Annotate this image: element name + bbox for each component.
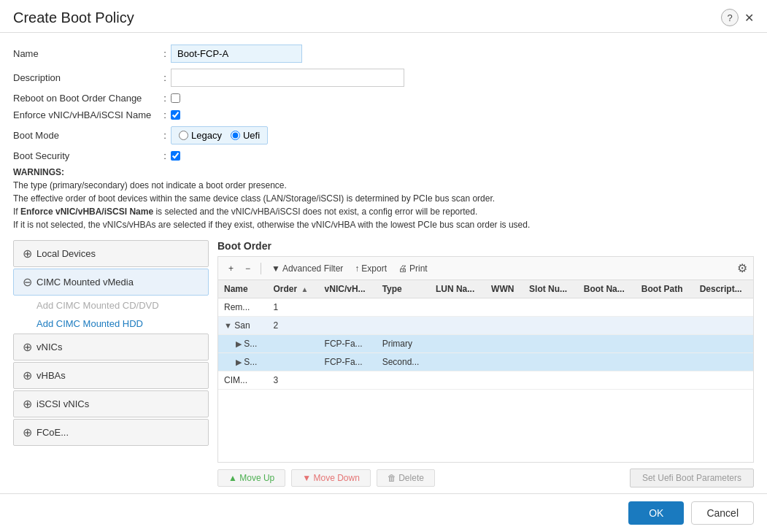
dialog-header: Create Boot Policy ? ✕ — [0, 0, 767, 33]
export-button[interactable]: ↑ Export — [350, 262, 391, 275]
help-button[interactable]: ? — [721, 9, 739, 26]
row-name: CIM... — [218, 371, 267, 390]
advanced-filter-button[interactable]: ▼ Advanced Filter — [267, 262, 347, 275]
row-order: 2 — [267, 317, 318, 335]
table-row[interactable]: ▶ S... FCP-Fa... Primary — [218, 335, 753, 353]
vhbas-label: vHBAs — [36, 370, 66, 381]
row-vnic: FCP-Fa... — [319, 353, 377, 371]
remove-button[interactable]: − — [241, 262, 255, 275]
boot-security-checkbox[interactable] — [171, 151, 180, 161]
sidebar-item-cimc-vmedia[interactable]: ⊖ CIMC Mounted vMedia — [13, 269, 209, 296]
set-uefi-button[interactable]: Set Uefi Boot Parameters — [630, 469, 754, 487]
expand-icon-child2[interactable]: ▶ — [236, 358, 242, 366]
sidebar-item-vnics[interactable]: ⊕ vNICs — [13, 334, 209, 361]
add-cimc-hdd-item[interactable]: Add CIMC Mounted HDD — [13, 315, 209, 332]
right-panel: Boot Order + − ▼ Advanced Filter ↑ — [217, 240, 754, 493]
main-row: ⊕ Local Devices ⊖ CIMC Mounted vMedia Ad… — [13, 240, 754, 493]
sidebar-item-local-devices[interactable]: ⊕ Local Devices — [13, 240, 209, 267]
enforce-checkbox[interactable] — [171, 110, 180, 120]
delete-button[interactable]: 🗑 Delete — [377, 469, 435, 487]
header-icons: ? ✕ — [721, 9, 754, 26]
row-name: ▶ S... — [218, 353, 267, 371]
col-slot[interactable]: Slot Nu... — [523, 280, 578, 298]
filter-icon: ▼ — [271, 263, 280, 274]
description-input[interactable] — [171, 69, 404, 87]
col-desc[interactable]: Descript... — [694, 280, 753, 298]
row-name: ▶ S... — [218, 335, 267, 353]
boot-mode-radio-group: Legacy Uefi — [171, 126, 268, 144]
name-label: Name — [13, 48, 159, 59]
local-devices-label: Local Devices — [36, 248, 96, 259]
minus-icon: ⊖ — [23, 275, 32, 289]
boot-order-table-wrapper: Name Order ▲ vNIC/vH... Type LUN Na... W… — [217, 280, 754, 463]
boot-security-container — [171, 151, 754, 161]
uefi-radio-label[interactable]: Uefi — [231, 130, 260, 141]
print-icon: 🖨 — [398, 263, 407, 274]
table-row[interactable]: Rem... 1 — [218, 298, 753, 317]
plus-icon-iscsi: ⊕ — [23, 397, 32, 411]
uefi-radio[interactable] — [231, 131, 240, 140]
move-down-icon: ▼ — [302, 473, 311, 483]
form-section: Name : Description : Reboot on Boot Orde… — [13, 45, 754, 161]
reboot-checkbox-container — [171, 93, 754, 103]
warnings-title: WARNINGS: — [13, 167, 64, 177]
row-vnic: FCP-Fa... — [319, 335, 377, 353]
move-up-button[interactable]: ▲ Move Up — [217, 469, 285, 487]
boot-security-label: Boot Security — [13, 150, 159, 161]
add-cimc-cd-item: Add CIMC Mounted CD/DVD — [13, 297, 209, 314]
dialog-footer: OK Cancel — [0, 493, 767, 532]
row-order: 1 — [267, 298, 318, 317]
add-button[interactable]: + — [224, 262, 238, 275]
boot-mode-container: Legacy Uefi — [171, 126, 754, 144]
enforce-label: Enforce vNIC/vHBA/iSCSI Name — [13, 109, 159, 120]
table-row[interactable]: CIM... 3 — [218, 371, 753, 390]
table-row[interactable]: ▼ San 2 — [218, 317, 753, 335]
sidebar-item-fcoe[interactable]: ⊕ FCoE... — [13, 419, 209, 446]
remove-icon: − — [245, 263, 250, 274]
col-lun[interactable]: LUN Na... — [430, 280, 485, 298]
row-type: Primary — [377, 335, 430, 353]
fcoe-label: FCoE... — [36, 427, 69, 438]
col-boot-name[interactable]: Boot Na... — [578, 280, 636, 298]
legacy-radio-label[interactable]: Legacy — [179, 130, 222, 141]
iscsi-vnics-label: iSCSI vNICs — [36, 398, 89, 409]
cancel-button[interactable]: Cancel — [691, 501, 754, 525]
plus-icon-vhbas: ⊕ — [23, 369, 32, 382]
table-toolbar: + − ▼ Advanced Filter ↑ Export — [217, 256, 754, 280]
expand-icon-child[interactable]: ▶ — [236, 339, 242, 348]
row-type: Second... — [377, 353, 430, 371]
reboot-checkbox[interactable] — [171, 93, 180, 103]
warning-line-4: If it is not selected, the vNICs/vHBAs a… — [13, 220, 530, 230]
description-field-container — [171, 69, 754, 87]
move-up-icon: ▲ — [228, 473, 237, 483]
expand-icon[interactable]: ▼ — [224, 321, 232, 330]
toolbar-separator — [261, 263, 261, 274]
table-row[interactable]: ▶ S... FCP-Fa... Second... — [218, 353, 753, 371]
enforce-checkbox-container — [171, 110, 754, 120]
col-boot-path[interactable]: Boot Path — [636, 280, 694, 298]
reboot-label: Reboot on Boot Order Change — [13, 93, 159, 104]
sidebar-item-vhbas[interactable]: ⊕ vHBAs — [13, 362, 209, 389]
col-name[interactable]: Name — [218, 280, 267, 298]
settings-button[interactable]: ⚙ — [737, 261, 747, 275]
warnings-section: WARNINGS: The type (primary/secondary) d… — [13, 166, 754, 231]
plus-icon: ⊕ — [23, 247, 32, 261]
vnics-label: vNICs — [36, 342, 62, 352]
plus-icon-fcoe: ⊕ — [23, 425, 32, 439]
legacy-radio[interactable] — [179, 131, 188, 140]
move-down-button[interactable]: ▼ Move Down — [291, 469, 371, 487]
name-input[interactable] — [171, 45, 302, 63]
warning-line-1: The type (primary/secondary) does not in… — [13, 180, 287, 190]
ok-button[interactable]: OK — [628, 501, 684, 525]
sidebar-item-iscsi-vnics[interactable]: ⊕ iSCSI vNICs — [13, 390, 209, 417]
close-button[interactable]: ✕ — [744, 11, 754, 25]
name-field-container — [171, 45, 754, 63]
print-button[interactable]: 🖨 Print — [394, 262, 432, 275]
warning-line-3: If Enforce vNIC/vHBA/iSCSI Name is selec… — [13, 207, 477, 217]
warning-line-2: The effective order of boot devices with… — [13, 193, 495, 204]
col-type[interactable]: Type — [377, 280, 430, 298]
col-vnic[interactable]: vNIC/vH... — [319, 280, 377, 298]
col-order[interactable]: Order ▲ — [267, 280, 318, 298]
dialog-title: Create Boot Policy — [13, 9, 134, 26]
col-wwn[interactable]: WWN — [485, 280, 523, 298]
